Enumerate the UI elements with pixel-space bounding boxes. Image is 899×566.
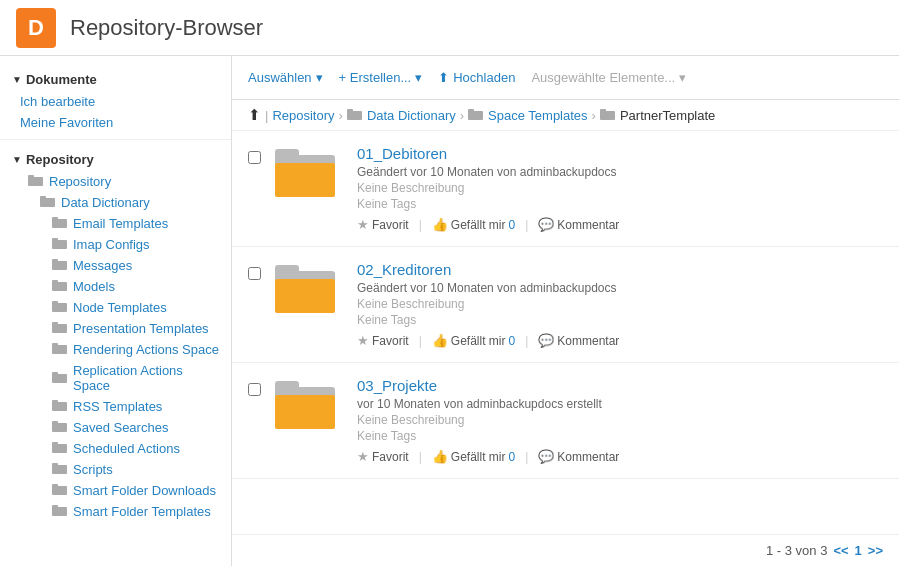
item-name-0[interactable]: 01_Debitoren <box>357 145 883 162</box>
like-button-1[interactable]: 👍 Gefällt mir 0 <box>432 333 515 348</box>
pagination-prev[interactable]: << <box>833 543 848 558</box>
svg-rect-42 <box>275 265 299 277</box>
folder-thumbnail-1 <box>273 261 343 321</box>
folder-icon-sm <box>468 108 484 123</box>
breadcrumb-current: PartnerTemplate <box>620 108 715 123</box>
svg-rect-21 <box>52 400 58 404</box>
folder-icon <box>52 399 68 414</box>
item-desc-0: Keine Beschreibung <box>357 181 883 195</box>
main-layout: ▼ Dokumente Ich bearbeite Meine Favorite… <box>0 56 899 566</box>
pagination: 1 - 3 von 3 << 1 >> <box>232 534 899 566</box>
thumbs-up-icon: 👍 <box>432 333 448 348</box>
item-meta-2: vor 10 Monaten von adminbackupdocs erste… <box>357 397 883 411</box>
item-name-2[interactable]: 03_Projekte <box>357 377 883 394</box>
comment-button-2[interactable]: 💬 Kommentar <box>538 449 619 464</box>
breadcrumb-space-templates[interactable]: Space Templates <box>488 108 588 123</box>
upload-button[interactable]: ⬆ Hochladen <box>438 70 515 85</box>
sidebar-item-rss-templates[interactable]: RSS Templates <box>0 396 231 417</box>
svg-rect-19 <box>52 372 58 376</box>
folder-icon-sm <box>600 108 616 123</box>
svg-rect-11 <box>52 280 58 284</box>
pagination-next[interactable]: >> <box>868 543 883 558</box>
like-button-2[interactable]: 👍 Gefällt mir 0 <box>432 449 515 464</box>
sidebar-item-scheduled-actions[interactable]: Scheduled Actions <box>0 438 231 459</box>
breadcrumb-data-dictionary[interactable]: Data Dictionary <box>367 108 456 123</box>
sidebar-item-meine-favoriten[interactable]: Meine Favoriten <box>0 112 231 133</box>
folder-icon <box>52 371 68 386</box>
item-details-2: 03_Projekte vor 10 Monaten von adminback… <box>357 377 883 464</box>
sidebar-item-node-templates[interactable]: Node Templates <box>0 297 231 318</box>
comment-button-1[interactable]: 💬 Kommentar <box>538 333 619 348</box>
sidebar-item-ich-bearbeite[interactable]: Ich bearbeite <box>0 91 231 112</box>
table-row: 03_Projekte vor 10 Monaten von adminback… <box>232 363 899 479</box>
table-row: 02_Kreditoren Geändert vor 10 Monaten vo… <box>232 247 899 363</box>
sidebar-item-imap-configs[interactable]: Imap Configs <box>0 234 231 255</box>
folder-icon <box>40 195 56 210</box>
breadcrumb-sep: › <box>592 108 596 123</box>
toolbar: Auswählen ▾ + Erstellen... ▾ ⬆ Hochladen… <box>232 56 899 100</box>
svg-rect-9 <box>52 259 58 263</box>
sidebar-item-saved-searches[interactable]: Saved Searches <box>0 417 231 438</box>
sidebar-item-messages[interactable]: Messages <box>0 255 231 276</box>
svg-rect-5 <box>52 217 58 221</box>
favorite-button-0[interactable]: ★ Favorit <box>357 217 409 232</box>
breadcrumb-sep: › <box>339 108 343 123</box>
sidebar-item-rendering-actions-space[interactable]: Rendering Actions Space <box>0 339 231 360</box>
app-title: Repository-Browser <box>70 15 263 41</box>
select-button[interactable]: Auswählen ▾ <box>248 70 323 85</box>
comment-icon: 💬 <box>538 333 554 348</box>
sidebar-item-data-dictionary[interactable]: Data Dictionary <box>0 192 231 213</box>
chevron-down-icon: ▾ <box>316 70 323 85</box>
sidebar-item-presentation-templates[interactable]: Presentation Templates <box>0 318 231 339</box>
create-button[interactable]: + Erstellen... ▾ <box>339 70 423 85</box>
item-checkbox-1[interactable] <box>248 267 261 280</box>
svg-rect-31 <box>52 505 58 509</box>
item-tags-1: Keine Tags <box>357 313 883 327</box>
pagination-range: 1 - 3 von 3 <box>766 543 827 558</box>
svg-rect-43 <box>275 279 335 313</box>
folder-thumbnail-2 <box>273 377 343 437</box>
chevron-down-icon: ▾ <box>679 70 686 85</box>
sidebar-item-replication-actions-space[interactable]: Replication Actions Space <box>0 360 231 396</box>
star-icon: ★ <box>357 333 369 348</box>
folder-icon <box>28 174 44 189</box>
item-desc-2: Keine Beschreibung <box>357 413 883 427</box>
item-checkbox-0[interactable] <box>248 151 261 164</box>
folder-icon <box>52 237 68 252</box>
arrow-icon: ▼ <box>12 74 22 85</box>
sidebar-item-repository[interactable]: Repository <box>0 171 231 192</box>
svg-rect-40 <box>275 163 335 197</box>
svg-rect-13 <box>52 301 58 305</box>
sidebar-item-smart-folder-downloads[interactable]: Smart Folder Downloads <box>0 480 231 501</box>
like-button-0[interactable]: 👍 Gefällt mir 0 <box>432 217 515 232</box>
thumbs-up-icon: 👍 <box>432 217 448 232</box>
item-actions-1: ★ Favorit | 👍 Gefällt mir 0 | 💬 Kommen <box>357 333 883 348</box>
sidebar-item-email-templates[interactable]: Email Templates <box>0 213 231 234</box>
comment-button-0[interactable]: 💬 Kommentar <box>538 217 619 232</box>
item-checkbox-2[interactable] <box>248 383 261 396</box>
svg-rect-25 <box>52 442 58 446</box>
folder-icon <box>52 420 68 435</box>
sidebar-item-models[interactable]: Models <box>0 276 231 297</box>
app-logo: D <box>16 8 56 48</box>
breadcrumb-up-button[interactable]: ⬆ <box>248 106 261 124</box>
favorite-button-2[interactable]: ★ Favorit <box>357 449 409 464</box>
sidebar-item-smart-folder-templates[interactable]: Smart Folder Templates <box>0 501 231 522</box>
svg-rect-46 <box>275 395 335 429</box>
svg-rect-15 <box>52 322 58 326</box>
pagination-page-1[interactable]: 1 <box>855 543 862 558</box>
item-list: 01_Debitoren Geändert vor 10 Monaten von… <box>232 131 899 534</box>
breadcrumb-repository[interactable]: Repository <box>272 108 334 123</box>
sidebar-section-repository: ▼ Repository <box>0 146 231 171</box>
star-icon: ★ <box>357 217 369 232</box>
sidebar: ▼ Dokumente Ich bearbeite Meine Favorite… <box>0 56 232 566</box>
item-tags-2: Keine Tags <box>357 429 883 443</box>
folder-icon-sm <box>347 108 363 123</box>
folder-thumbnail-0 <box>273 145 343 205</box>
item-name-1[interactable]: 02_Kreditoren <box>357 261 883 278</box>
item-meta-0: Geändert vor 10 Monaten von adminbackupd… <box>357 165 883 179</box>
sidebar-item-scripts[interactable]: Scripts <box>0 459 231 480</box>
favorite-button-1[interactable]: ★ Favorit <box>357 333 409 348</box>
svg-rect-33 <box>347 109 353 113</box>
breadcrumb-sep: › <box>460 108 464 123</box>
